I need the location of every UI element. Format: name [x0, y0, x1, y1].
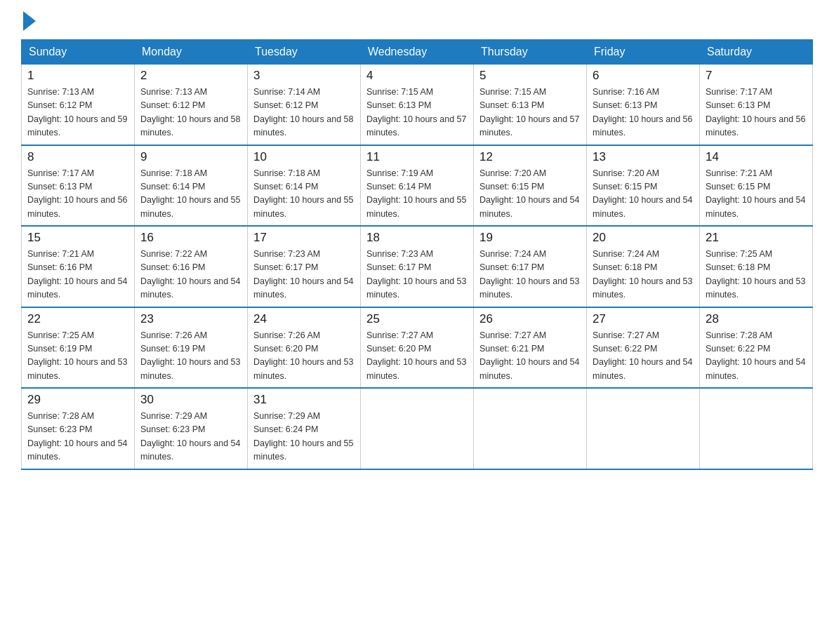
- day-info: Sunrise: 7:28 AMSunset: 6:22 PMDaylight:…: [706, 329, 807, 384]
- calendar-cell: 7Sunrise: 7:17 AMSunset: 6:13 PMDaylight…: [700, 65, 813, 145]
- calendar-cell: 5Sunrise: 7:15 AMSunset: 6:13 PMDaylight…: [474, 65, 587, 145]
- calendar-cell: 14Sunrise: 7:21 AMSunset: 6:15 PMDayligh…: [700, 145, 813, 227]
- calendar-cell: 12Sunrise: 7:20 AMSunset: 6:15 PMDayligh…: [474, 145, 587, 227]
- day-info: Sunrise: 7:29 AMSunset: 6:24 PMDaylight:…: [253, 410, 355, 464]
- day-header-sunday: Sunday: [22, 40, 135, 65]
- day-info: Sunrise: 7:21 AMSunset: 6:16 PMDaylight:…: [27, 248, 128, 302]
- day-info: Sunrise: 7:23 AMSunset: 6:17 PMDaylight:…: [253, 248, 355, 302]
- day-header-tuesday: Tuesday: [248, 40, 361, 65]
- calendar-cell: 23Sunrise: 7:26 AMSunset: 6:19 PMDayligh…: [135, 307, 248, 389]
- calendar-week-row: 1Sunrise: 7:13 AMSunset: 6:12 PMDaylight…: [22, 65, 813, 145]
- day-number: 16: [140, 231, 241, 245]
- calendar-cell: 19Sunrise: 7:24 AMSunset: 6:17 PMDayligh…: [474, 226, 587, 307]
- day-info: Sunrise: 7:13 AMSunset: 6:12 PMDaylight:…: [140, 86, 241, 140]
- calendar-cell: 8Sunrise: 7:17 AMSunset: 6:13 PMDaylight…: [22, 145, 135, 227]
- calendar-cell: [700, 388, 813, 469]
- calendar-week-row: 8Sunrise: 7:17 AMSunset: 6:13 PMDaylight…: [22, 145, 813, 227]
- calendar-cell: 18Sunrise: 7:23 AMSunset: 6:17 PMDayligh…: [361, 226, 474, 307]
- day-number: 1: [27, 69, 128, 83]
- calendar-cell: 21Sunrise: 7:25 AMSunset: 6:18 PMDayligh…: [700, 226, 813, 307]
- calendar-table: SundayMondayTuesdayWednesdayThursdayFrid…: [21, 39, 813, 470]
- day-number: 24: [253, 312, 355, 326]
- day-number: 3: [253, 69, 355, 83]
- day-info: Sunrise: 7:22 AMSunset: 6:16 PMDaylight:…: [140, 248, 241, 302]
- calendar-cell: 3Sunrise: 7:14 AMSunset: 6:12 PMDaylight…: [248, 65, 361, 145]
- day-info: Sunrise: 7:27 AMSunset: 6:21 PMDaylight:…: [479, 329, 581, 384]
- calendar-cell: 25Sunrise: 7:27 AMSunset: 6:20 PMDayligh…: [361, 307, 474, 389]
- day-info: Sunrise: 7:20 AMSunset: 6:15 PMDaylight:…: [479, 167, 581, 222]
- day-number: 21: [706, 231, 807, 245]
- day-number: 20: [593, 231, 694, 245]
- day-info: Sunrise: 7:15 AMSunset: 6:13 PMDaylight:…: [366, 86, 468, 140]
- day-info: Sunrise: 7:19 AMSunset: 6:14 PMDaylight:…: [366, 167, 468, 222]
- day-info: Sunrise: 7:25 AMSunset: 6:19 PMDaylight:…: [27, 329, 128, 384]
- day-number: 17: [253, 231, 355, 245]
- calendar-cell: 20Sunrise: 7:24 AMSunset: 6:18 PMDayligh…: [587, 226, 700, 307]
- calendar-cell: 28Sunrise: 7:28 AMSunset: 6:22 PMDayligh…: [700, 307, 813, 389]
- day-info: Sunrise: 7:26 AMSunset: 6:19 PMDaylight:…: [140, 329, 241, 384]
- calendar-cell: 9Sunrise: 7:18 AMSunset: 6:14 PMDaylight…: [135, 145, 248, 227]
- day-header-saturday: Saturday: [700, 40, 813, 65]
- calendar-header-row: SundayMondayTuesdayWednesdayThursdayFrid…: [22, 40, 813, 65]
- day-info: Sunrise: 7:27 AMSunset: 6:20 PMDaylight:…: [366, 329, 468, 384]
- day-number: 31: [253, 393, 355, 407]
- calendar-cell: 4Sunrise: 7:15 AMSunset: 6:13 PMDaylight…: [361, 65, 474, 145]
- day-number: 9: [140, 150, 241, 164]
- calendar-cell: [361, 388, 474, 469]
- day-info: Sunrise: 7:17 AMSunset: 6:13 PMDaylight:…: [706, 86, 807, 140]
- logo: [21, 14, 36, 27]
- day-info: Sunrise: 7:23 AMSunset: 6:17 PMDaylight:…: [366, 248, 468, 302]
- day-info: Sunrise: 7:21 AMSunset: 6:15 PMDaylight:…: [706, 167, 807, 222]
- day-info: Sunrise: 7:25 AMSunset: 6:18 PMDaylight:…: [706, 248, 807, 302]
- day-number: 2: [140, 69, 241, 83]
- day-info: Sunrise: 7:16 AMSunset: 6:13 PMDaylight:…: [593, 86, 694, 140]
- calendar-cell: 31Sunrise: 7:29 AMSunset: 6:24 PMDayligh…: [248, 388, 361, 469]
- day-info: Sunrise: 7:24 AMSunset: 6:17 PMDaylight:…: [479, 248, 581, 302]
- logo-arrow-icon: [23, 11, 36, 31]
- day-number: 4: [366, 69, 468, 83]
- day-header-friday: Friday: [587, 40, 700, 65]
- calendar-cell: 30Sunrise: 7:29 AMSunset: 6:23 PMDayligh…: [135, 388, 248, 469]
- day-number: 10: [253, 150, 355, 164]
- day-info: Sunrise: 7:28 AMSunset: 6:23 PMDaylight:…: [27, 410, 128, 464]
- day-info: Sunrise: 7:14 AMSunset: 6:12 PMDaylight:…: [253, 86, 355, 140]
- day-info: Sunrise: 7:29 AMSunset: 6:23 PMDaylight:…: [140, 410, 241, 464]
- calendar-cell: 1Sunrise: 7:13 AMSunset: 6:12 PMDaylight…: [22, 65, 135, 145]
- day-number: 18: [366, 231, 468, 245]
- calendar-week-row: 22Sunrise: 7:25 AMSunset: 6:19 PMDayligh…: [22, 307, 813, 389]
- day-number: 25: [366, 312, 468, 326]
- day-info: Sunrise: 7:27 AMSunset: 6:22 PMDaylight:…: [593, 329, 694, 384]
- calendar-cell: [587, 388, 700, 469]
- day-header-thursday: Thursday: [474, 40, 587, 65]
- day-number: 30: [140, 393, 241, 407]
- calendar-cell: 16Sunrise: 7:22 AMSunset: 6:16 PMDayligh…: [135, 226, 248, 307]
- day-info: Sunrise: 7:20 AMSunset: 6:15 PMDaylight:…: [593, 167, 694, 222]
- calendar-cell: 26Sunrise: 7:27 AMSunset: 6:21 PMDayligh…: [474, 307, 587, 389]
- day-number: 8: [27, 150, 128, 164]
- day-number: 26: [479, 312, 581, 326]
- calendar-cell: 11Sunrise: 7:19 AMSunset: 6:14 PMDayligh…: [361, 145, 474, 227]
- day-number: 6: [593, 69, 694, 83]
- day-number: 22: [27, 312, 128, 326]
- day-info: Sunrise: 7:17 AMSunset: 6:13 PMDaylight:…: [27, 167, 128, 222]
- calendar-cell: 10Sunrise: 7:18 AMSunset: 6:14 PMDayligh…: [248, 145, 361, 227]
- day-info: Sunrise: 7:18 AMSunset: 6:14 PMDaylight:…: [140, 167, 241, 222]
- calendar-cell: 22Sunrise: 7:25 AMSunset: 6:19 PMDayligh…: [22, 307, 135, 389]
- calendar-cell: 24Sunrise: 7:26 AMSunset: 6:20 PMDayligh…: [248, 307, 361, 389]
- day-number: 27: [593, 312, 694, 326]
- calendar-cell: 15Sunrise: 7:21 AMSunset: 6:16 PMDayligh…: [22, 226, 135, 307]
- day-number: 14: [706, 150, 807, 164]
- calendar-cell: 6Sunrise: 7:16 AMSunset: 6:13 PMDaylight…: [587, 65, 700, 145]
- calendar-cell: 2Sunrise: 7:13 AMSunset: 6:12 PMDaylight…: [135, 65, 248, 145]
- day-header-wednesday: Wednesday: [361, 40, 474, 65]
- day-number: 28: [706, 312, 807, 326]
- day-number: 15: [27, 231, 128, 245]
- calendar-cell: 13Sunrise: 7:20 AMSunset: 6:15 PMDayligh…: [587, 145, 700, 227]
- day-number: 19: [479, 231, 581, 245]
- day-info: Sunrise: 7:24 AMSunset: 6:18 PMDaylight:…: [593, 248, 694, 302]
- calendar-week-row: 29Sunrise: 7:28 AMSunset: 6:23 PMDayligh…: [22, 388, 813, 469]
- day-header-monday: Monday: [135, 40, 248, 65]
- day-number: 29: [27, 393, 128, 407]
- day-number: 7: [706, 69, 807, 83]
- day-number: 12: [479, 150, 581, 164]
